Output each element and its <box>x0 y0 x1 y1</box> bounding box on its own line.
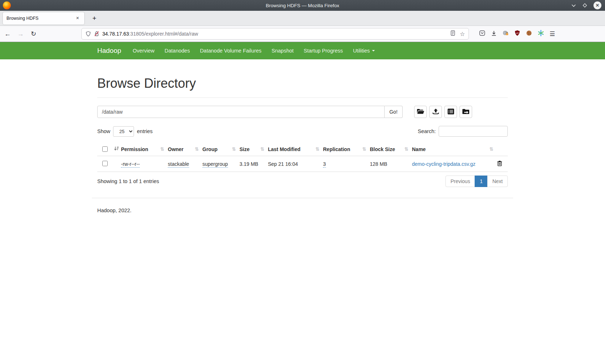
firefox-logo-icon <box>3 1 11 9</box>
chevron-down-icon <box>372 50 375 51</box>
block-size-cell: 128 MB <box>370 161 387 167</box>
entries-label: entries <box>137 128 153 134</box>
window-title: Browsing HDFS — Mozilla Firefox <box>0 3 605 8</box>
pagination-next[interactable]: Next <box>487 176 508 187</box>
nav-item-datanodes[interactable]: Datanodes <box>160 42 195 59</box>
column-header-last-modified[interactable]: Last Modified⇅ <box>268 143 323 156</box>
window-maximize-icon[interactable] <box>582 3 588 8</box>
last-modified-cell: Sep 21 16:04 <box>268 161 298 167</box>
window-close-icon[interactable]: ✕ <box>593 1 601 9</box>
column-header-name[interactable]: Name⇅ <box>412 143 497 156</box>
column-header-replication[interactable]: Replication⇅ <box>323 143 370 156</box>
reader-mode-icon[interactable] <box>450 30 456 37</box>
sort-icon: ⇅ <box>362 146 370 152</box>
file-name-link[interactable]: demo-cycling-tripdata.csv.gz <box>412 161 475 167</box>
browser-window: Browsing HDFS — Mozilla Firefox ✕ Browsi… <box>0 0 605 364</box>
page-content: Browse Directory Go! <box>0 59 605 364</box>
sort-active-icon[interactable] <box>114 146 121 152</box>
pagination: Previous 1 Next <box>445 176 508 187</box>
nav-item-datanode-volume-failures[interactable]: Datanode Volume Failures <box>195 42 266 59</box>
downloads-icon[interactable] <box>491 30 497 38</box>
browser-tab[interactable]: Browsing HDFS ✕ <box>3 12 84 24</box>
titlebar: Browsing HDFS — Mozilla Firefox ✕ <box>0 0 605 11</box>
group-cell[interactable]: supergroup <box>202 161 228 168</box>
sort-icon: ⇅ <box>195 146 202 152</box>
navigation-toolbar: ← → ↻ 34.78.17.63:31805/explorer.html#/d… <box>0 26 605 42</box>
bookmark-star-icon[interactable]: ☆ <box>460 31 465 37</box>
folder-open-icon <box>417 108 425 116</box>
cookie-extension-icon[interactable] <box>526 30 532 38</box>
folder-move-icon <box>462 108 470 116</box>
url-path: :31805/explorer.html#/data/raw <box>129 31 198 37</box>
column-header-block-size[interactable]: Block Size⇅ <box>370 143 412 156</box>
hadoop-brand[interactable]: Hadoop <box>97 47 121 55</box>
table-header-row: Permission⇅ Owner⇅ Group⇅ Size⇅ Last Mod… <box>97 143 508 156</box>
select-all-checkbox[interactable] <box>102 146 108 152</box>
sort-icon: ⇅ <box>489 146 497 152</box>
tracking-protection-shield-icon[interactable] <box>85 31 91 37</box>
path-form: Go! <box>97 106 508 118</box>
forward-button[interactable]: → <box>15 28 26 39</box>
svg-text:uO: uO <box>516 32 519 34</box>
table-footer: Showing 1 to 1 of 1 entries Previous 1 N… <box>97 176 508 187</box>
directory-path-input[interactable] <box>97 106 385 118</box>
permission-cell[interactable]: -rw-r--r-- <box>121 161 140 168</box>
upload-files-button[interactable] <box>429 106 442 118</box>
tab-close-icon[interactable]: ✕ <box>75 15 81 21</box>
list-alt-icon <box>447 108 454 116</box>
url-text: 34.78.17.63:31805/explorer.html#/data/ra… <box>102 31 450 37</box>
nav-item-overview[interactable]: Overview <box>128 42 160 59</box>
pagination-page-1[interactable]: 1 <box>475 176 488 187</box>
entries-summary: Showing 1 to 1 of 1 entries <box>97 178 159 184</box>
move-button[interactable] <box>460 106 472 118</box>
snowflake-extension-icon[interactable] <box>538 30 544 38</box>
reload-button[interactable]: ↻ <box>28 28 39 39</box>
search-input[interactable] <box>439 126 508 137</box>
clipboard-button[interactable] <box>444 106 457 118</box>
site-footer: Hadoop, 2022. <box>97 198 508 213</box>
show-label: Show <box>97 128 110 134</box>
tab-title: Browsing HDFS <box>6 16 75 21</box>
nav-item-utilities[interactable]: Utilities <box>348 42 380 59</box>
pocket-icon[interactable] <box>479 30 485 38</box>
table-controls: Show 25 entries Search: <box>97 126 508 137</box>
table-row: -rw-r--r-- stackable supergroup 3.19 MB … <box>97 156 508 172</box>
insecure-lock-icon[interactable] <box>94 31 99 37</box>
create-directory-button[interactable] <box>414 106 427 118</box>
sort-icon: ⇅ <box>315 146 323 152</box>
sort-icon: ⇅ <box>160 146 168 152</box>
new-tab-button[interactable]: + <box>89 13 99 23</box>
file-listing-table: Permission⇅ Owner⇅ Group⇅ Size⇅ Last Mod… <box>97 143 508 172</box>
menu-icon[interactable]: ☰ <box>550 30 555 38</box>
url-bar[interactable]: 34.78.17.63:31805/explorer.html#/data/ra… <box>81 28 469 40</box>
upload-icon <box>432 108 440 116</box>
column-header-permission[interactable]: Permission⇅ <box>121 143 168 156</box>
column-header-owner[interactable]: Owner⇅ <box>168 143 202 156</box>
column-header-actions <box>497 143 508 156</box>
column-header-group[interactable]: Group⇅ <box>202 143 239 156</box>
sort-icon: ⇅ <box>404 146 412 152</box>
nav-item-startup-progress[interactable]: Startup Progress <box>299 42 348 59</box>
sort-icon: ⇅ <box>232 146 239 152</box>
pagination-previous[interactable]: Previous <box>445 176 475 187</box>
search-label: Search: <box>418 128 436 134</box>
ublock-origin-icon[interactable]: uO <box>514 30 520 38</box>
divider <box>97 97 508 98</box>
row-checkbox[interactable] <box>102 161 108 166</box>
entries-per-page-select[interactable]: 25 <box>113 126 134 137</box>
sort-icon: ⇅ <box>260 146 268 152</box>
size-cell: 3.19 MB <box>239 161 258 167</box>
url-host: 34.78.17.63 <box>102 31 129 37</box>
replication-cell[interactable]: 3 <box>323 161 326 168</box>
extension-globe-lock-icon[interactable] <box>502 30 509 38</box>
tab-bar: Browsing HDFS ✕ + <box>0 11 605 26</box>
hadoop-navbar: Hadoop Overview Datanodes Datanode Volum… <box>0 42 605 59</box>
page-title: Browse Directory <box>97 76 508 91</box>
nav-item-snapshot[interactable]: Snapshot <box>266 42 299 59</box>
back-button[interactable]: ← <box>2 28 13 39</box>
owner-cell[interactable]: stackable <box>168 161 189 168</box>
delete-button[interactable] <box>497 160 508 167</box>
go-button[interactable]: Go! <box>385 106 403 118</box>
window-minimize-icon[interactable] <box>571 4 576 7</box>
column-header-size[interactable]: Size⇅ <box>239 143 268 156</box>
